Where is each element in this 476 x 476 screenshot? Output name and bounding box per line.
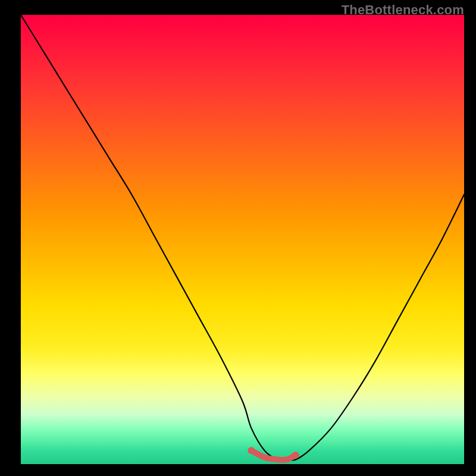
chart-bottom-marker bbox=[251, 450, 296, 460]
chart-frame: TheBottleneck.com bbox=[0, 0, 476, 476]
chart-plot-area bbox=[21, 15, 464, 464]
chart-line-curve bbox=[21, 15, 464, 461]
chart-svg bbox=[21, 15, 464, 464]
watermark-text: TheBottleneck.com bbox=[342, 2, 464, 18]
marker-dot-right bbox=[292, 452, 299, 459]
marker-dot-left bbox=[248, 447, 255, 454]
